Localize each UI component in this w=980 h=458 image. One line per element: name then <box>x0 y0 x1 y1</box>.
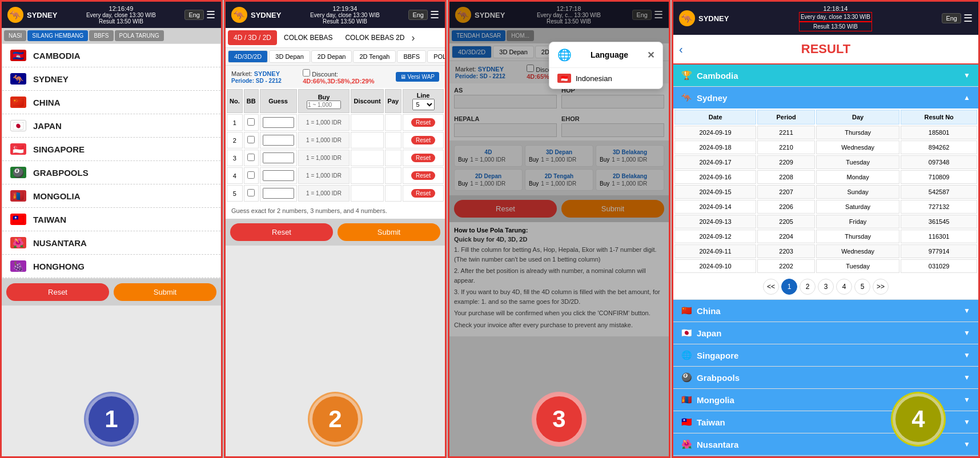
col-period: Period <box>757 110 815 124</box>
buy-header-input[interactable] <box>307 101 341 109</box>
panel1-lang-btn[interactable]: Eng <box>184 10 204 20</box>
tab-4d3d2d[interactable]: 4D / 3D / 2D <box>228 30 277 45</box>
bb-check-2[interactable] <box>247 136 255 143</box>
guess-input-2[interactable] <box>263 135 294 146</box>
circle-number-4: 4 <box>893 393 944 445</box>
result-country-header-sydney[interactable]: 🦘 Sydney ▲ <box>673 87 978 109</box>
sub-tab-bbfs[interactable]: BBFS <box>397 50 426 63</box>
row-reset-2[interactable]: Reset <box>411 136 435 144</box>
sidebar-item-japan[interactable]: 🇯🇵 JAPAN <box>2 114 220 138</box>
sydney-chevron-icon: ▲ <box>963 94 970 102</box>
nav-tab-bbfs[interactable]: BBFS <box>89 30 113 41</box>
sidebar-item-hongkong[interactable]: 🍇 HONGHONG <box>2 255 220 278</box>
kangaroo-icon: 🦘 <box>7 7 23 23</box>
bb-check-3[interactable] <box>247 154 255 161</box>
result-country-header-japan[interactable]: 🇯🇵 Japan ▼ <box>673 322 978 344</box>
page-2-btn[interactable]: 2 <box>800 279 816 295</box>
language-option-indonesian[interactable]: 🇮🇩 Indonesian <box>549 68 662 89</box>
table-row: 2024-09-16 2208 Monday 710809 <box>674 170 977 184</box>
guess-input-4[interactable] <box>263 170 294 181</box>
panel-sidebar: 🦘 SYDNEY 12:16:49 Every day, close 13:30… <box>0 0 223 458</box>
language-close-btn[interactable]: ✕ <box>647 50 654 61</box>
tab-colok-bebas[interactable]: COLOK BEBAS <box>278 30 338 45</box>
panel2-menu-icon[interactable]: ☰ <box>430 9 439 21</box>
result-country-header-grabpools[interactable]: 🎱 Grabpools ▼ <box>673 367 978 388</box>
nav-tab-silang[interactable]: SILANG HEMBANG <box>27 30 88 41</box>
bb-check-4[interactable] <box>247 171 255 179</box>
sidebar-item-cambodia[interactable]: 🇰🇭 CAMBODIA <box>2 44 220 67</box>
row-reset-5[interactable]: Reset <box>411 189 435 198</box>
table-row: 2024-09-10 2202 Tuesday 031029 <box>674 259 977 273</box>
sidebar-item-mongolia[interactable]: 🇲🇳 MONGOLIA <box>2 184 220 208</box>
sub-tab-2d-tengah[interactable]: 2D Tengah <box>353 50 396 63</box>
bb-check-1[interactable] <box>247 118 255 126</box>
guess-input-3[interactable] <box>263 152 294 163</box>
discount-checkbox[interactable] <box>303 69 310 77</box>
nav-tab-nasi[interactable]: NASI <box>4 30 26 41</box>
sidebar-item-grabpools[interactable]: 🎱 GRABPOOLS <box>2 161 220 184</box>
result-back-btn[interactable]: ‹ <box>679 43 683 56</box>
panel1-header: 🦘 SYDNEY 12:16:49 Every day, close 13:30… <box>2 2 221 28</box>
panel-pola-tarung: 🦘 SYDNEY 12:17:18 Every day, c... 13:30 … <box>448 0 670 458</box>
sidebar-item-sydney[interactable]: 🦘 SYDNEY <box>2 67 220 91</box>
china-chevron-icon: ▼ <box>963 307 970 315</box>
page-1-btn[interactable]: 1 <box>781 279 797 295</box>
flag-hongkong: 🍇 <box>10 260 26 272</box>
sidebar-label-grabpools: GRABPOOLS <box>33 168 89 178</box>
row-reset-1[interactable]: Reset <box>411 118 435 127</box>
line-select[interactable]: 51015 <box>412 99 435 110</box>
panel2-time-info: 12:19:34 Every day, close 13:30 WIB Resu… <box>310 5 380 25</box>
guess-input-5[interactable] <box>263 188 294 199</box>
panel2-reset-btn[interactable]: Reset <box>230 223 333 241</box>
result-country-header-singapore[interactable]: 🌐 Singapore ▼ <box>673 344 978 366</box>
nusantara-chevron-icon: ▼ <box>963 440 970 448</box>
result-country-grabpools: 🎱 Grabpools ▼ <box>673 367 978 389</box>
table-row: 2024-09-14 2206 Saturday 727132 <box>674 200 977 214</box>
result-country-header-china[interactable]: 🇨🇳 China ▼ <box>673 300 978 322</box>
panel2-bottom-actions: Reset Submit <box>226 219 445 246</box>
page-prev-btn[interactable]: << <box>763 279 779 295</box>
table-row: 2024-09-12 2204 Thursday 116301 <box>674 230 977 243</box>
menu-icon[interactable]: ☰ <box>206 9 215 21</box>
cambodia-trophy-icon: 🏆 <box>681 70 692 81</box>
nav-tab-pola[interactable]: POLA TARUNG <box>115 30 164 41</box>
sidebar-label-singapore: SINGAPORE <box>33 144 85 154</box>
result-country-header-cambodia[interactable]: 🏆 Cambodia ▼ <box>673 65 978 86</box>
panel4-menu-icon[interactable]: ☰ <box>963 12 973 25</box>
result-country-header-hongkong[interactable]: 🍇 Hongkong ▼ <box>673 456 978 458</box>
sidebar-item-taiwan[interactable]: 🇹🇼 TAIWAN <box>2 208 220 231</box>
panel1-submit-btn[interactable]: Submit <box>114 283 216 301</box>
sydney-results-table: Date Period Day Result No 2024-09-19 221… <box>673 109 978 299</box>
sub-tab-4d3d2d[interactable]: 4D/3D/2D <box>228 50 268 63</box>
panel2-submit-btn[interactable]: Submit <box>338 223 440 241</box>
guess-input-1[interactable] <box>263 117 294 128</box>
row-reset-3[interactable]: Reset <box>411 154 435 162</box>
versi-wap-btn[interactable]: 🖥 Versi WAP <box>396 72 439 82</box>
page-next-btn[interactable]: >> <box>873 279 889 295</box>
page-5-btn[interactable]: 5 <box>854 279 870 295</box>
bb-check-5[interactable] <box>247 189 255 196</box>
panel-result: 🦘 SYDNEY 12:18:14 Every day, close 13:30… <box>672 0 980 458</box>
row-reset-4[interactable]: Reset <box>411 171 435 180</box>
sidebar-item-singapore[interactable]: 🇸🇬 SINGAPORE <box>2 138 220 161</box>
singapore-chevron-icon: ▼ <box>963 351 970 359</box>
guess-note: Guess exact for 2 numbers, 3 numbers, an… <box>226 203 445 219</box>
table-row: 4 1 = 1,000 IDR Reset <box>227 167 444 184</box>
tab-colok-bebas-2d[interactable]: COLOK BEBAS 2D <box>339 30 410 45</box>
result-title: RESULT <box>673 35 978 63</box>
sub-tab-pola-tarung[interactable]: POLA TARUNG <box>427 50 445 63</box>
sidebar-item-china[interactable]: 🇨🇳 CHINA <box>2 91 220 114</box>
globe-icon: 🌐 <box>557 48 572 62</box>
mongolia-chevron-icon: ▼ <box>963 396 970 404</box>
tab-arrow-right[interactable]: › <box>411 32 415 44</box>
panel1-reset-btn[interactable]: Reset <box>6 283 109 301</box>
panel2-lang-btn[interactable]: Eng <box>408 10 428 20</box>
sidebar-item-nusantara[interactable]: 🌺 NUSANTARA <box>2 231 220 255</box>
page-4-btn[interactable]: 4 <box>836 279 852 295</box>
sub-tab-3d-depan[interactable]: 3D Depan <box>269 50 310 63</box>
sub-tab-2d-depan[interactable]: 2D Depan <box>311 50 352 63</box>
panel4-lang-btn[interactable]: Eng <box>942 13 961 23</box>
japan-flag-icon: 🇯🇵 <box>681 328 692 338</box>
flag-cambodia: 🇰🇭 <box>10 50 26 61</box>
page-3-btn[interactable]: 3 <box>818 279 834 295</box>
